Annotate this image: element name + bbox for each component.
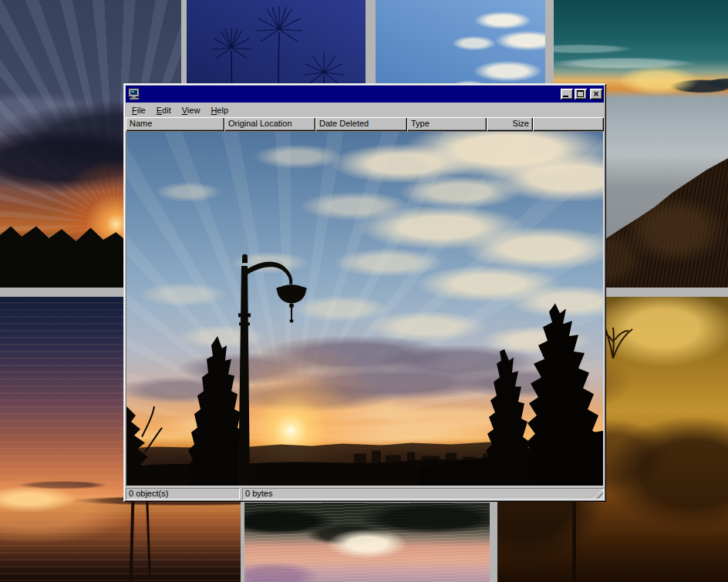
lake-pole-silhouette	[147, 502, 151, 576]
menu-edit[interactable]: Edit	[151, 104, 177, 116]
maximize-icon	[577, 90, 584, 97]
close-icon: ×	[590, 89, 602, 99]
left-bush-twigs	[142, 406, 162, 452]
left-edge-bush	[126, 406, 151, 486]
photo-silhouettes	[126, 132, 603, 486]
column-header-name[interactable]: Name	[126, 117, 224, 131]
status-total-size: 0 bytes	[242, 488, 604, 500]
menu-view[interactable]: View	[177, 104, 206, 116]
status-object-count: 0 object(s)	[126, 488, 240, 500]
column-header-size[interactable]: Size	[487, 117, 533, 131]
right-tree-large	[526, 304, 603, 486]
menu-help[interactable]: Help	[205, 104, 234, 116]
minimize-button[interactable]	[561, 89, 573, 99]
recycle-bin-window: × FileEditViewHelp NameOriginal Location…	[123, 83, 606, 502]
window-controls: ×	[561, 89, 602, 99]
file-list-area[interactable]	[126, 131, 604, 486]
column-header-row: NameOriginal LocationDate DeletedTypeSiz…	[126, 117, 604, 131]
column-header-type[interactable]: Type	[407, 117, 487, 131]
status-bar: 0 object(s) 0 bytes	[126, 488, 604, 500]
computer-icon	[128, 88, 140, 100]
menu-file[interactable]: File	[126, 104, 151, 116]
minimize-icon	[563, 96, 568, 97]
wallpaper-photo-pink-reflections	[244, 503, 490, 582]
close-button[interactable]: ×	[590, 89, 602, 99]
right-tree-slim	[484, 349, 534, 486]
lake-pole-silhouette	[130, 500, 135, 582]
maximize-button[interactable]	[575, 89, 587, 99]
column-header-blank[interactable]	[533, 117, 604, 131]
menu-bar: FileEditViewHelp	[126, 103, 604, 117]
column-header-date-deleted[interactable]: Date Deleted	[315, 117, 407, 131]
column-header-original-location[interactable]: Original Location	[224, 117, 315, 131]
title-bar[interactable]: ×	[126, 86, 604, 103]
